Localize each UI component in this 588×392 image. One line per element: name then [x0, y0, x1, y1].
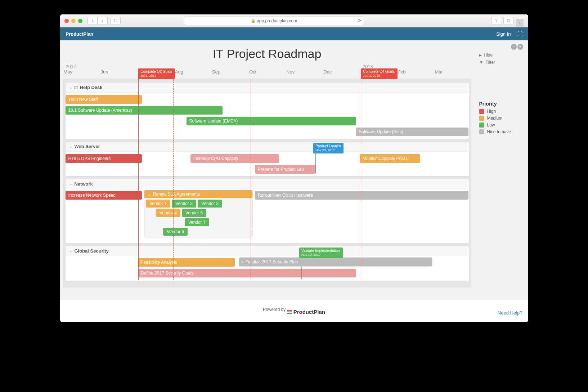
lane-helpdesk: ⌄ IT Help Desk Train New Staff 10.1 Soft…: [65, 82, 469, 139]
fullscreen-icon[interactable]: ⛶: [517, 31, 522, 37]
footer-brand: ProductPlan: [293, 309, 325, 315]
hide-label: Hide: [484, 53, 493, 58]
legend-item-medium: Medium: [479, 116, 523, 121]
browser-window: ‹ › ☐ 🔒 app.productplan.com ⟳ ⇪ ⧉ + Prod…: [60, 14, 528, 322]
lane-header[interactable]: ⌄ Web Server: [66, 142, 469, 152]
milestone-q2[interactable]: Complete Q2 Goals Jul 1, 2017: [138, 68, 175, 79]
zoom-in-button[interactable]: +: [517, 44, 523, 50]
chevron-down-icon: ⌄: [69, 85, 72, 90]
bar-cisco-rollout[interactable]: Rollout New Cisco Hardware: [255, 191, 469, 200]
chevron-down-icon: ⌄: [69, 249, 72, 253]
milestone-title: Product Launch: [315, 144, 341, 148]
back-button[interactable]: ‹: [87, 17, 98, 25]
main-panel: IT Project Roadmap 2017 2018 May Jun Jul…: [60, 40, 474, 300]
bar-define-goals[interactable]: Define 2017 Security Goals: [138, 269, 356, 277]
chip-vendor[interactable]: Vendor 3: [172, 200, 196, 208]
refresh-icon[interactable]: ⟳: [358, 18, 362, 23]
url-bar[interactable]: 🔒 app.productplan.com ⟳: [184, 17, 364, 25]
milestone-line: [251, 79, 251, 280]
share-button[interactable]: ⇪: [491, 17, 501, 25]
lane-header[interactable]: ⌄ Network: [66, 179, 469, 189]
bar-feasibility[interactable]: Feasibility Analysis: [138, 258, 235, 267]
chip-vendor[interactable]: Vendor 1: [146, 200, 170, 208]
container-title: Renew SLA Agreements: [153, 192, 200, 197]
right-sidebar: − + ▶ Hide ▼ Filter Priority High Medium…: [474, 40, 528, 300]
year-label-left: 2017: [63, 64, 360, 69]
browser-chrome: ‹ › ☐ 🔒 app.productplan.com ⟳ ⇪ ⧉ +: [60, 14, 528, 27]
timeline: 2017 2018 May Jun Jul Aug Sep Oct Nov De…: [63, 64, 471, 288]
lane-title: Web Server: [75, 144, 100, 149]
page-title: IT Project Roadmap: [60, 40, 474, 64]
swatch-low: [479, 122, 484, 128]
app-header: ProductPlan Sign In ⛶: [60, 27, 528, 40]
filter-toggle[interactable]: ▼ Filter: [479, 60, 523, 65]
bar-train-staff[interactable]: Train New Staff: [66, 95, 142, 104]
lane-title: Global Security: [75, 248, 109, 254]
milestone-date: Nov 10, 2017: [301, 253, 340, 257]
minimize-window-button[interactable]: [71, 19, 76, 23]
container-title: Finalize 2017 Security Plan: [246, 259, 298, 264]
legend-item-nice: Nice to have: [479, 129, 523, 134]
chip-vendor[interactable]: Vendor 3: [198, 200, 222, 208]
chevron-down-icon: ⌄: [69, 144, 72, 149]
milestone-date: Jul 1, 2017: [140, 74, 172, 78]
maximize-window-button[interactable]: [78, 19, 82, 23]
milestone-title: Validate Implementation: [301, 249, 340, 253]
container-sla[interactable]: ⌄ Renew SLA Agreements Vendor 1 Vendor 3…: [144, 190, 253, 237]
zoom-out-button[interactable]: −: [511, 44, 517, 50]
content: IT Project Roadmap 2017 2018 May Jun Jul…: [60, 40, 528, 300]
milestone-q4[interactable]: Complete Q4 Goals Jan 1, 2018: [361, 68, 398, 79]
bar-monitor-capacity[interactable]: Monitor Capacity Post L: [360, 154, 420, 163]
month-label: Aug: [174, 69, 211, 79]
lane-title: IT Help Desk: [75, 85, 103, 90]
bar-network-speed[interactable]: Increase Network Speed: [66, 191, 142, 200]
chevron-down-icon: ⌄: [69, 182, 72, 186]
bar-software-update-americas[interactable]: 10.1 Software Update (Americas): [66, 106, 223, 115]
milestone-title: Complete Q4 Goals: [363, 70, 395, 74]
swatch-nice: [479, 129, 484, 134]
lane-header[interactable]: ⌄ IT Help Desk: [66, 83, 469, 93]
url-text: app.productplan.com: [257, 18, 297, 23]
forward-button[interactable]: ›: [98, 17, 108, 25]
container-finalize-plan[interactable]: › Finalize 2017 Security Plan: [239, 257, 432, 267]
milestone-line: [361, 79, 361, 280]
month-label: Oct: [248, 69, 286, 79]
month-label: May: [63, 69, 100, 79]
milestone-line-blue: [315, 150, 316, 173]
bar-hire-ops[interactable]: Hire 5 OPS Engineers: [66, 154, 142, 163]
filter-label: Filter: [485, 60, 495, 65]
chip-vendor[interactable]: Vendor 6: [163, 228, 188, 236]
sign-in-link[interactable]: Sign In: [496, 31, 511, 37]
chevron-down-icon: ⌄: [147, 192, 151, 197]
sidebar-toggle-button[interactable]: ☐: [111, 17, 121, 25]
lanes-container: ⌄ IT Help Desk Train New Staff 10.1 Soft…: [63, 79, 471, 288]
month-label: Feb: [397, 69, 434, 79]
chip-vendor[interactable]: Vendor 7: [185, 218, 209, 226]
legend-item-high: High: [479, 109, 523, 114]
chevron-right-icon: ›: [242, 259, 243, 264]
brand-label: ProductPlan: [66, 31, 94, 37]
hide-toggle[interactable]: ▶ Hide: [479, 53, 523, 58]
close-window-button[interactable]: [64, 19, 69, 23]
traffic-lights: [64, 19, 82, 23]
chip-vendor[interactable]: Vendor 5: [182, 209, 206, 217]
legend-label: Nice to have: [487, 129, 511, 134]
milestone-validate[interactable]: Validate Implementation Nov 10, 2017: [299, 248, 343, 258]
legend-label: Low: [487, 122, 495, 128]
lane-header[interactable]: ⌄ Global Security: [66, 246, 469, 256]
bar-software-update-asia[interactable]: Software Update (Asia): [356, 128, 469, 136]
milestone-line: [138, 79, 139, 280]
new-tab-button[interactable]: +: [516, 19, 524, 27]
legend-label: High: [487, 109, 496, 114]
milestone-product-launch[interactable]: Product Launch Nov 23, 2017: [313, 143, 344, 153]
bar-prepare-launch[interactable]: Prepare for Product Lau: [255, 165, 315, 174]
lane-title: Network: [75, 181, 93, 187]
need-help-link[interactable]: Need Help?: [498, 310, 522, 316]
milestone-line: [173, 79, 174, 280]
bar-increase-cpu[interactable]: Increase CPU Capacity: [190, 154, 279, 163]
tabs-button[interactable]: ⧉: [503, 17, 513, 25]
bar-software-update-emea[interactable]: Software Update (EMEA): [187, 117, 356, 125]
month-label: Mar: [434, 69, 471, 79]
chip-vendor[interactable]: Vendor 4: [156, 209, 180, 217]
footer-logo[interactable]: ProductPlan: [287, 309, 325, 315]
